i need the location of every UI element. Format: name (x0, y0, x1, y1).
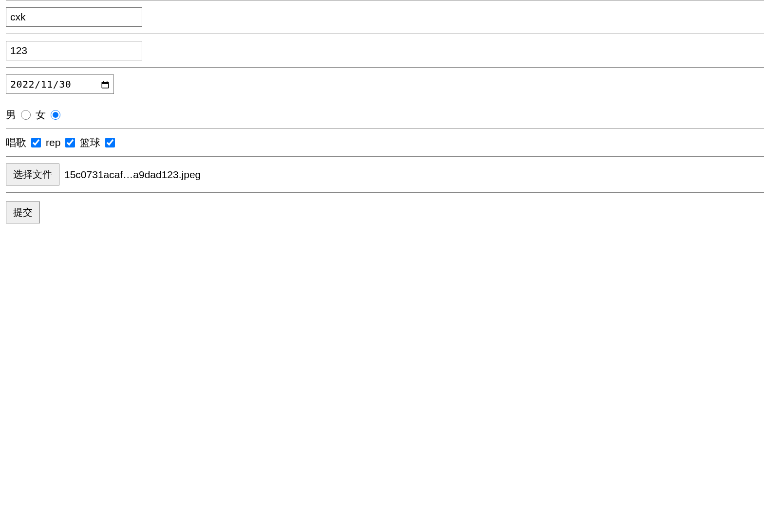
gender-radio-group: 男 女 (6, 108, 62, 122)
file-choose-button[interactable]: 选择文件 (6, 164, 59, 185)
svg-rect-2 (103, 81, 104, 83)
hobby-checkbox-rep[interactable] (65, 138, 75, 147)
gender-radio-female[interactable] (51, 110, 60, 120)
date-value: 2022/11/30 (10, 78, 71, 90)
hobby-checkbox-basketball[interactable] (105, 138, 115, 147)
name-input[interactable] (6, 7, 142, 27)
hobby-checkbox-sing[interactable] (31, 138, 41, 147)
file-row: 选择文件 15c0731acaf…a9dad123.jpeg (6, 156, 764, 193)
gender-label-male: 男 (6, 108, 16, 122)
date-input[interactable]: 2022/11/30 (6, 74, 114, 94)
calendar-icon[interactable] (101, 80, 110, 89)
name-row (6, 0, 764, 34)
submit-row: 提交 (6, 193, 764, 232)
hobbies-row: 唱歌 rep 篮球 (6, 128, 764, 156)
hobby-label-rep: rep (46, 137, 60, 148)
password-row (6, 34, 764, 67)
password-input[interactable] (6, 41, 142, 60)
hobby-label-basketball: 篮球 (80, 136, 100, 149)
hobby-label-sing: 唱歌 (6, 136, 26, 149)
svg-rect-1 (102, 82, 109, 84)
hobbies-checkbox-group: 唱歌 rep 篮球 (6, 136, 117, 149)
file-container: 选择文件 15c0731acaf…a9dad123.jpeg (6, 164, 201, 185)
svg-rect-3 (107, 81, 108, 83)
gender-radio-male[interactable] (21, 110, 31, 120)
submit-button[interactable]: 提交 (6, 202, 40, 223)
gender-label-female: 女 (36, 108, 46, 122)
file-name: 15c0731acaf…a9dad123.jpeg (64, 169, 201, 181)
date-row: 2022/11/30 (6, 67, 764, 101)
main-form: 2022/11/30 男 女 唱歌 rep 篮球 (6, 0, 764, 232)
gender-row: 男 女 (6, 101, 764, 128)
